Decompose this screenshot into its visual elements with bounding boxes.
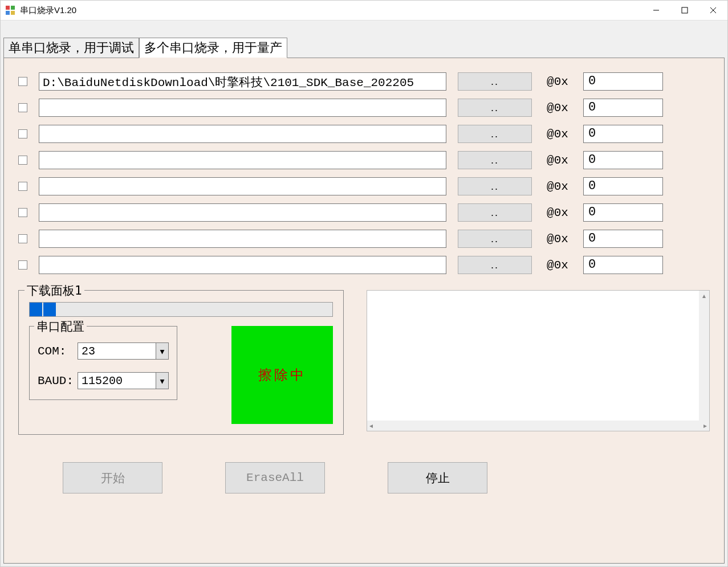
window-title: 串口烧录V1.20 xyxy=(20,5,642,16)
address-input[interactable]: 0 xyxy=(583,230,663,248)
browse-button[interactable]: .. xyxy=(458,177,532,195)
address-prefix-label: @0x xyxy=(543,128,572,141)
baud-value: 115200 xyxy=(82,374,123,387)
serial-config-title: 串口配置 xyxy=(34,319,87,335)
address-prefix-label: @0x xyxy=(543,75,572,88)
file-row: ..@0x0 xyxy=(18,256,710,274)
address-input[interactable]: 0 xyxy=(583,72,663,91)
tab-content: D:\BaiduNetdiskDownload\时擎科技\2101_SDK_Ba… xyxy=(3,58,725,564)
file-row: ..@0x0 xyxy=(18,125,710,143)
file-enable-checkbox[interactable] xyxy=(18,234,27,243)
status-text: 擦除中 xyxy=(258,366,306,384)
address-input[interactable]: 0 xyxy=(583,203,663,222)
file-row: ..@0x0 xyxy=(18,177,710,195)
address-input[interactable]: 0 xyxy=(583,125,663,143)
tabs: 单串口烧录，用于调试 多个串口烧录，用于量产 xyxy=(3,38,727,58)
browse-button[interactable]: .. xyxy=(458,151,532,169)
file-path-input[interactable] xyxy=(39,256,446,274)
minimize-button[interactable] xyxy=(642,1,670,20)
browse-button[interactable]: .. xyxy=(458,230,532,248)
horizontal-scrollbar[interactable]: ◂ ▸ xyxy=(367,421,709,431)
address-input[interactable]: 0 xyxy=(583,177,663,195)
panel-title: 下载面板1 xyxy=(25,283,84,299)
address-input[interactable]: 0 xyxy=(583,256,663,274)
com-select[interactable]: 23 ▾ xyxy=(78,342,169,360)
file-path-input[interactable] xyxy=(39,151,446,169)
file-enable-checkbox[interactable] xyxy=(18,208,27,217)
file-enable-checkbox[interactable] xyxy=(18,129,27,138)
address-prefix-label: @0x xyxy=(543,259,572,272)
scroll-up-icon: ▴ xyxy=(702,292,706,300)
com-value: 23 xyxy=(82,345,95,358)
file-enable-checkbox[interactable] xyxy=(18,156,27,165)
file-path-input[interactable] xyxy=(39,177,446,195)
stop-button[interactable]: 停止 xyxy=(388,462,487,493)
titlebar: 串口烧录V1.20 xyxy=(1,1,727,21)
address-input[interactable]: 0 xyxy=(583,151,663,169)
file-row: ..@0x0 xyxy=(18,230,710,248)
file-enable-checkbox[interactable] xyxy=(18,182,27,191)
serial-config-group: 串口配置 COM: 23 ▾ BAUD: xyxy=(29,326,177,400)
svg-rect-0 xyxy=(6,6,10,10)
tab-single-port[interactable]: 单串口烧录，用于调试 xyxy=(3,38,139,58)
com-label: COM: xyxy=(38,345,78,358)
dropdown-arrow-icon: ▾ xyxy=(156,373,168,389)
address-prefix-label: @0x xyxy=(543,232,572,246)
vertical-scrollbar[interactable]: ▴ xyxy=(699,291,709,421)
erase-all-button[interactable]: EraseAll xyxy=(225,462,325,493)
file-path-input[interactable] xyxy=(39,125,446,143)
scroll-right-icon: ▸ xyxy=(703,422,707,430)
dropdown-arrow-icon: ▾ xyxy=(156,343,168,359)
file-enable-checkbox[interactable] xyxy=(18,77,27,86)
baud-label: BAUD: xyxy=(38,374,78,387)
svg-rect-2 xyxy=(6,11,10,15)
address-prefix-label: @0x xyxy=(543,206,572,219)
svg-rect-3 xyxy=(11,11,15,15)
file-path-input[interactable] xyxy=(39,203,446,222)
start-button[interactable]: 开始 xyxy=(63,462,162,493)
address-prefix-label: @0x xyxy=(543,101,572,115)
svg-rect-1 xyxy=(11,6,15,10)
browse-button[interactable]: .. xyxy=(458,99,532,117)
maximize-button[interactable] xyxy=(670,1,699,20)
scroll-left-icon: ◂ xyxy=(369,422,373,430)
close-button[interactable] xyxy=(699,1,727,20)
address-input[interactable]: 0 xyxy=(583,99,663,117)
browse-button[interactable]: .. xyxy=(458,203,532,222)
file-row: ..@0x0 xyxy=(18,151,710,169)
log-output[interactable]: ▴ ◂ ▸ xyxy=(367,290,710,431)
file-enable-checkbox[interactable] xyxy=(18,260,27,270)
file-row: D:\BaiduNetdiskDownload\时擎科技\2101_SDK_Ba… xyxy=(18,72,710,91)
file-path-input[interactable] xyxy=(39,99,446,117)
file-path-input[interactable]: D:\BaiduNetdiskDownload\时擎科技\2101_SDK_Ba… xyxy=(39,72,446,91)
browse-button[interactable]: .. xyxy=(458,72,532,91)
address-prefix-label: @0x xyxy=(543,154,572,167)
file-row: ..@0x0 xyxy=(18,99,710,117)
download-panel-group: 下载面板1 串口配置 COM: xyxy=(18,290,344,435)
file-enable-checkbox[interactable] xyxy=(18,103,27,112)
file-row: ..@0x0 xyxy=(18,203,710,222)
tab-multi-port[interactable]: 多个串口烧录，用于量产 xyxy=(139,38,287,58)
status-indicator: 擦除中 xyxy=(231,326,333,424)
svg-rect-5 xyxy=(682,7,688,13)
address-prefix-label: @0x xyxy=(543,180,572,193)
browse-button[interactable]: .. xyxy=(458,125,532,143)
app-icon xyxy=(5,5,15,15)
file-path-input[interactable] xyxy=(39,230,446,248)
progress-bar xyxy=(29,302,333,317)
baud-select[interactable]: 115200 ▾ xyxy=(78,372,169,389)
browse-button[interactable]: .. xyxy=(458,256,532,274)
